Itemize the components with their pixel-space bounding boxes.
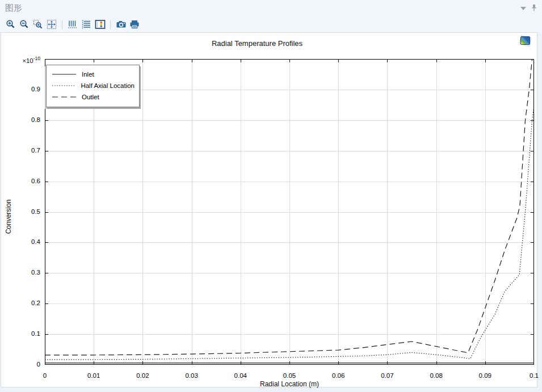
legend-label: Half Axial Location bbox=[81, 82, 135, 89]
graphics-toolbar bbox=[0, 16, 542, 32]
legend-label: Inlet bbox=[82, 71, 94, 78]
y-tick-label: 0.2 bbox=[12, 300, 40, 306]
y-axis-multiplier: ×10-10 bbox=[12, 56, 40, 64]
chart-title: Radial Temperature Profiles bbox=[1, 39, 513, 48]
zoom-in-icon[interactable] bbox=[4, 18, 18, 31]
y-axis-label: Conversion bbox=[5, 200, 12, 234]
graphics-window: 图形 bbox=[0, 0, 542, 392]
plot-panel: Radial Temperature Profiles ×10-10 Inlet… bbox=[1, 32, 537, 387]
zoom-out-icon[interactable] bbox=[18, 18, 31, 31]
x-tick-label: 0.09 bbox=[471, 372, 499, 379]
zoom-extents-icon[interactable] bbox=[45, 18, 58, 31]
legend-label: Outlet bbox=[82, 94, 99, 100]
window-title: 图形 bbox=[5, 3, 22, 14]
x-tick-label: 0 bbox=[31, 372, 59, 379]
chevron-down-icon[interactable] bbox=[520, 7, 526, 10]
y-tick-label: 0.1 bbox=[12, 330, 40, 337]
y-tick-label: 0 bbox=[12, 361, 40, 368]
x-tick-label: 0.04 bbox=[226, 372, 255, 379]
image-snapshot-icon[interactable] bbox=[114, 18, 128, 31]
y-tick-label: 0.5 bbox=[12, 208, 40, 215]
y-tick-label: 0.3 bbox=[12, 269, 40, 276]
legend-item: Inlet bbox=[51, 69, 135, 80]
toolbar-separator bbox=[110, 20, 111, 29]
legend-line-sample-solid bbox=[51, 71, 77, 78]
y-tick-label: 0.7 bbox=[12, 147, 40, 154]
x-tick-label: 0.02 bbox=[128, 372, 157, 379]
x-tick-label: 0.06 bbox=[324, 372, 352, 379]
x-axis-grid-icon[interactable] bbox=[66, 18, 79, 31]
y-tick-label: 0.9 bbox=[12, 86, 40, 92]
chart-legend: InletHalf Axial LocationOutlet bbox=[46, 65, 140, 107]
y-tick-label: 0.4 bbox=[12, 238, 40, 245]
color-legend-icon[interactable] bbox=[93, 18, 107, 31]
x-tick-label: 0.03 bbox=[178, 372, 206, 379]
y-tick-label: 0.6 bbox=[12, 178, 40, 184]
print-icon[interactable] bbox=[128, 18, 141, 31]
x-tick-label: 0.1 bbox=[520, 372, 542, 379]
legend-item: Half Axial Location bbox=[51, 80, 135, 91]
plot-thumbnail-button[interactable] bbox=[519, 35, 531, 46]
legend-item: Outlet bbox=[51, 91, 135, 103]
x-tick-label: 0.07 bbox=[373, 372, 401, 379]
x-tick-label: 0.05 bbox=[275, 372, 304, 379]
legend-line-sample-dashed bbox=[51, 94, 77, 100]
x-tick-label: 0.01 bbox=[79, 372, 108, 379]
y-axis-grid-icon[interactable] bbox=[79, 18, 93, 31]
x-tick-label: 0.08 bbox=[422, 372, 451, 379]
window-header: 图形 bbox=[0, 0, 542, 16]
toolbar-separator bbox=[62, 20, 62, 29]
legend-line-sample-dotted bbox=[51, 82, 76, 89]
y-tick-label: 0.8 bbox=[12, 116, 40, 123]
x-axis-label: Radial Location (m) bbox=[45, 380, 534, 388]
zoom-box-icon[interactable] bbox=[31, 18, 45, 31]
plot-thumbnail-front bbox=[520, 36, 530, 45]
pin-icon[interactable] bbox=[531, 4, 537, 12]
